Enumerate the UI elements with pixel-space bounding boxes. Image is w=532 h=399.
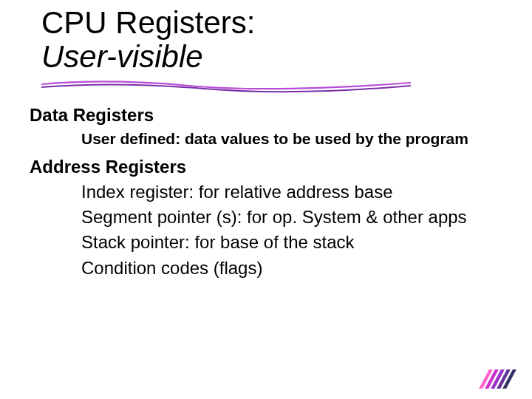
data-registers-item: User defined: data values to be used by … (30, 129, 502, 149)
address-registers-item: Condition codes (flags) (41, 256, 502, 280)
section-address-registers: Address Registers Index register: for re… (30, 157, 502, 281)
slide-content: Data Registers User defined: data values… (30, 78, 502, 280)
slide-title-sub: User-visible (41, 40, 502, 74)
address-registers-item: Stack pointer: for base of the stack (41, 231, 502, 254)
slide-title-block: CPU Registers: User-visible (30, 6, 502, 74)
corner-slash-decor (482, 369, 511, 389)
slide-title-main: CPU Registers: (41, 6, 502, 40)
section-heading-data-registers: Data Registers (30, 105, 502, 126)
address-registers-item: Index register: for relative address bas… (41, 180, 502, 204)
section-heading-address-registers: Address Registers (30, 157, 502, 177)
address-registers-item: Segment pointer (s): for op. System & ot… (41, 205, 502, 229)
slide: CPU Registers: User-visible Data Registe… (0, 0, 532, 280)
